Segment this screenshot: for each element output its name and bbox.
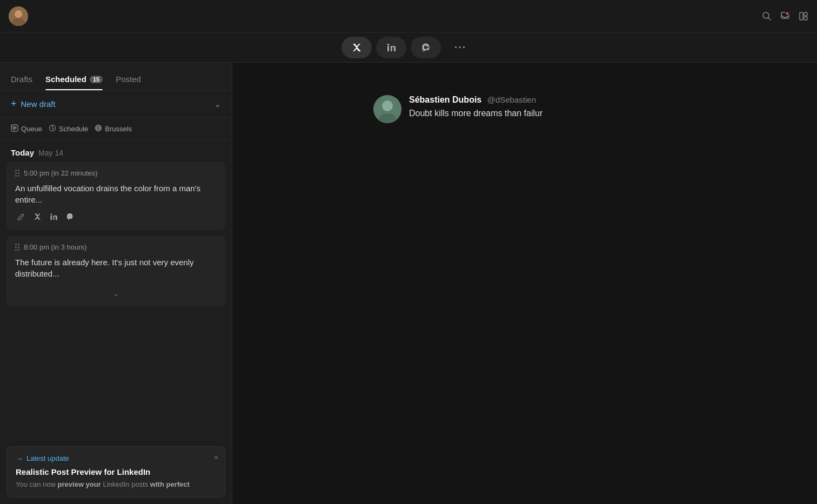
queue-button[interactable]: Queue bbox=[11, 124, 42, 133]
layout-icon[interactable] bbox=[799, 11, 808, 21]
drag-handle-icon bbox=[15, 170, 19, 177]
tabs: Drafts Scheduled 15 Posted bbox=[0, 63, 232, 91]
svg-point-6 bbox=[786, 12, 789, 15]
mastodon-icon bbox=[64, 211, 76, 223]
collapse-row: ⌄ bbox=[15, 285, 217, 302]
update-title: Realistic Post Preview for LinkedIn bbox=[16, 467, 216, 476]
collapse-chevron-icon[interactable]: ⌄ bbox=[113, 289, 119, 298]
platform-btn-more[interactable]: ··· bbox=[445, 37, 476, 58]
preview-post-text: Doubt kills more dreams than failur bbox=[409, 107, 543, 120]
update-label: Latest update bbox=[26, 454, 69, 462]
post-text-1: An unfulfilled vocation drains the color… bbox=[15, 183, 217, 205]
svg-rect-8 bbox=[804, 12, 807, 16]
drag-handle-icon-2 bbox=[15, 244, 19, 251]
preview-card: Sébastien Dubois @dSebastien Doubt kills… bbox=[373, 95, 676, 123]
scheduled-badge: 15 bbox=[90, 76, 103, 83]
top-bar bbox=[0, 0, 817, 32]
svg-point-11 bbox=[387, 43, 390, 45]
search-icon[interactable] bbox=[762, 11, 772, 21]
platform-btn-mastodon[interactable] bbox=[411, 37, 441, 58]
post-time-row-1: 5:00 pm (in 22 minutes) bbox=[15, 169, 217, 177]
svg-rect-16 bbox=[51, 216, 52, 220]
update-arrow-icon: → bbox=[16, 454, 23, 463]
svg-rect-7 bbox=[800, 12, 803, 20]
chevron-down-icon[interactable]: ⌄ bbox=[214, 99, 221, 109]
update-body: You can now preview your LinkedIn posts … bbox=[16, 480, 216, 489]
new-draft-button[interactable]: + New draft bbox=[11, 98, 56, 110]
notification-icon[interactable] bbox=[780, 11, 790, 21]
post-time-1: 5:00 pm (in 22 minutes) bbox=[24, 169, 98, 177]
update-banner-header: → Latest update bbox=[16, 454, 216, 463]
update-banner: → Latest update × Realistic Post Preview… bbox=[6, 446, 225, 498]
platform-btn-x[interactable] bbox=[341, 37, 372, 58]
top-bar-icons bbox=[762, 11, 808, 21]
plus-icon: + bbox=[11, 98, 17, 110]
queue-icon bbox=[11, 124, 18, 133]
post-card-2[interactable]: 8:00 pm (in 3 hours) The future is alrea… bbox=[6, 236, 225, 306]
linkedin-icon bbox=[48, 211, 59, 223]
svg-point-14 bbox=[96, 125, 102, 131]
preview-area: Sébastien Dubois @dSebastien Doubt kills… bbox=[232, 63, 817, 504]
preview-user-name: Sébastien Dubois bbox=[409, 95, 481, 104]
post-time-2: 8:00 pm (in 3 hours) bbox=[24, 243, 86, 251]
svg-point-1 bbox=[15, 10, 22, 18]
globe-icon bbox=[95, 124, 102, 133]
svg-rect-10 bbox=[387, 46, 389, 51]
posts-list: 5:00 pm (in 22 minutes) An unfulfilled v… bbox=[0, 162, 232, 446]
tab-scheduled[interactable]: Scheduled 15 bbox=[45, 75, 103, 90]
svg-rect-9 bbox=[804, 17, 807, 20]
svg-point-19 bbox=[382, 100, 393, 111]
close-icon[interactable]: × bbox=[214, 453, 218, 462]
new-draft-row: + New draft ⌄ bbox=[0, 91, 232, 118]
svg-point-15 bbox=[97, 125, 100, 131]
date-label: May 14 bbox=[38, 149, 63, 157]
tab-posted[interactable]: Posted bbox=[116, 75, 141, 90]
platform-bar: ··· bbox=[0, 32, 817, 63]
post-time-row-2: 8:00 pm (in 3 hours) bbox=[15, 243, 217, 251]
today-label: Today bbox=[11, 148, 34, 157]
schedule-button[interactable]: Schedule bbox=[49, 124, 88, 133]
post-platforms-1 bbox=[15, 211, 217, 223]
preview-name-row: Sébastien Dubois @dSebastien bbox=[409, 95, 543, 105]
post-text-2: The future is already here. It's just no… bbox=[15, 257, 217, 279]
main-layout: Drafts Scheduled 15 Posted + New draft ⌄ bbox=[0, 63, 817, 504]
preview-user-handle: @dSebastien bbox=[487, 95, 536, 104]
post-card-1[interactable]: 5:00 pm (in 22 minutes) An unfulfilled v… bbox=[6, 162, 225, 230]
brussels-button[interactable]: Brussels bbox=[95, 124, 132, 133]
date-header: Today May 14 bbox=[0, 140, 232, 162]
svg-point-17 bbox=[50, 213, 52, 215]
x-icon bbox=[31, 211, 43, 223]
pen-icon bbox=[15, 211, 27, 223]
queue-controls: Queue Schedule bbox=[0, 118, 232, 140]
svg-line-4 bbox=[768, 17, 771, 20]
clock-icon bbox=[49, 124, 56, 133]
sidebar: Drafts Scheduled 15 Posted + New draft ⌄ bbox=[0, 63, 232, 504]
preview-content: Sébastien Dubois @dSebastien Doubt kills… bbox=[409, 95, 543, 123]
platform-btn-linkedin[interactable] bbox=[376, 37, 406, 58]
user-avatar[interactable] bbox=[9, 6, 28, 26]
tab-drafts[interactable]: Drafts bbox=[11, 75, 32, 90]
preview-avatar bbox=[373, 95, 401, 123]
